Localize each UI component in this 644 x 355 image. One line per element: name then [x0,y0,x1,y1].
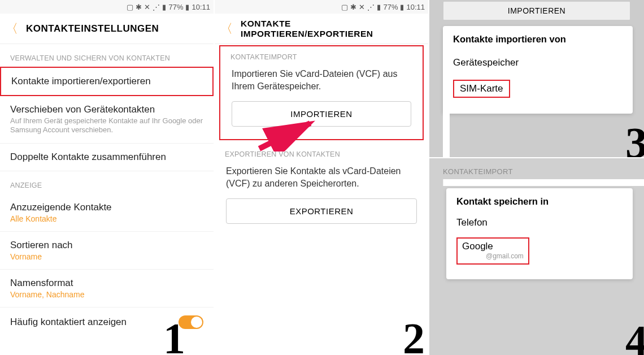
bluetooth-icon: ✱ [136,3,142,11]
panel-2-import-export: ▢ ✱ ✕ ⋰ ▮ 77% ▮ 10:11 〈 KONTAKTE IMPORTI… [215,0,429,355]
wifi-icon: ⋰ [367,3,375,11]
option-google[interactable]: Google @gmail.com [456,233,623,269]
section-export: EXPORTIEREN VON KONTAKTEN [215,140,428,163]
back-icon[interactable]: 〈 [6,20,18,37]
background-import-button: IMPORTIEREN [443,1,630,20]
option-phone-label: Telefon [456,217,488,228]
section-manage: VERWALTEN UND SICHERN VON KONTAKTEN [0,44,214,67]
app-bar: 〈 KONTAKTE IMPORTIEREN/EXPORTIEREN [215,14,428,44]
signal-icon: ▮ [377,3,381,11]
svg-line-0 [259,123,310,149]
dialog-save-to: Kontakt speichern in Telefon Google @gma… [446,188,633,279]
option-sim-card[interactable]: SIM-Karte [453,74,623,103]
item-nameformat-label: Namensformat [10,278,203,289]
page-title: KONTAKTEINSTELLUNGEN [26,23,159,34]
item-sort-sub: Vorname [10,252,203,261]
section-import-label: KONTAKTEIMPORT [429,158,644,179]
item-sort-by[interactable]: Sortieren nach Vorname [0,232,214,270]
clock-text: 10:11 [192,3,210,11]
item-contacts-to-show[interactable]: Anzuzeigende Kontakte Alle Kontakte [0,194,214,232]
option-device-storage-label: Gerätespeicher [453,57,519,68]
item-name-format[interactable]: Namensformat Vorname, Nachname [0,270,214,308]
dialog-title: Kontakte importieren von [453,34,623,45]
background-strip [443,179,644,186]
background-import-label: IMPORTIEREN [508,6,565,15]
option-phone[interactable]: Telefon [456,213,623,233]
mute-icon: ✕ [144,3,150,11]
panel-4-save-to: KONTAKTEIMPORT Kontakt speichern in Tele… [429,158,644,355]
item-sort-label: Sortieren nach [10,240,203,251]
item-import-export-label: Kontakte importieren/exportieren [11,76,202,87]
item-merge-label: Doppelte Kontakte zusammenführen [10,151,203,163]
back-icon[interactable]: 〈 [220,20,233,37]
item-display-label: Anzuzeigende Kontakte [10,202,203,213]
item-move-sub: Auf Ihrem Gerät gespeicherte Kontakte au… [10,116,203,135]
item-freq-label: Häufig kontaktiert anzeigen [10,317,127,328]
option-google-sub: @gmail.com [462,252,524,260]
panel-3-4-wrapper: IMPORTIEREN Kontakte importieren von Ger… [429,0,644,355]
status-bar: ▢ ✱ ✕ ⋰ ▮ 77% ▮ 10:11 [215,0,428,14]
option-device-storage[interactable]: Gerätespeicher [453,51,623,74]
step-number-1: 1 [163,317,185,355]
app-bar: 〈 KONTAKTEINSTELLUNGEN [0,14,214,44]
mute-icon: ✕ [359,3,365,11]
battery-text: 77% [168,3,183,11]
item-import-export[interactable]: Kontakte importieren/exportieren [0,67,214,96]
item-move-label: Verschieben von Gerätekontakten [10,104,203,115]
panel-1-contact-settings: ▢ ✱ ✕ ⋰ ▮ 77% ▮ 10:11 〈 KONTAKTEINSTELLU… [0,0,215,355]
signal-icon: ▮ [162,3,166,11]
panel-3-import-from: IMPORTIEREN Kontakte importieren von Ger… [429,0,644,158]
export-description: Exportieren Sie Kontakte als vCard-Datei… [215,163,428,198]
section-display: ANZEIGE [0,171,214,194]
bluetooth-icon: ✱ [350,3,356,11]
step-number-3: 3 [625,121,644,158]
highlight-import-section: KONTAKTEIMPORT Importieren Sie vCard-Dat… [219,45,424,140]
clock-text: 10:11 [406,3,425,11]
annotation-arrow [256,118,319,151]
battery-icon: ▮ [400,3,404,11]
wifi-icon: ⋰ [153,3,160,11]
step-number-2: 2 [403,317,425,355]
option-google-label: Google [462,241,493,252]
background-strip [443,29,450,157]
item-nameformat-sub: Vorname, Nachname [10,290,203,299]
import-description: Importieren Sie vCard-Dateien (VCF) aus … [220,66,423,101]
section-import: KONTAKTEIMPORT [220,46,423,66]
page-title: KONTAKTE IMPORTIEREN/EXPORTIEREN [241,19,423,39]
item-move-contacts[interactable]: Verschieben von Gerätekontakten Auf Ihre… [0,96,214,144]
export-button-label: EXPORTIEREN [290,206,354,216]
battery-icon: ▮ [185,3,189,11]
status-bar: ▢ ✱ ✕ ⋰ ▮ 77% ▮ 10:11 [0,0,214,14]
option-sim-card-label: SIM-Karte [453,80,510,98]
nfc-icon: ▢ [341,3,348,11]
step-number-4: 4 [625,319,644,355]
dialog-title: Kontakt speichern in [456,196,623,207]
export-button[interactable]: EXPORTIEREN [226,198,417,224]
item-merge-duplicates[interactable]: Doppelte Kontakte zusammenführen [0,144,214,171]
dialog-import-from: Kontakte importieren von Gerätespeicher … [443,26,633,114]
nfc-icon: ▢ [127,3,133,11]
battery-text: 77% [383,3,398,11]
item-display-sub: Alle Kontakte [10,214,203,223]
